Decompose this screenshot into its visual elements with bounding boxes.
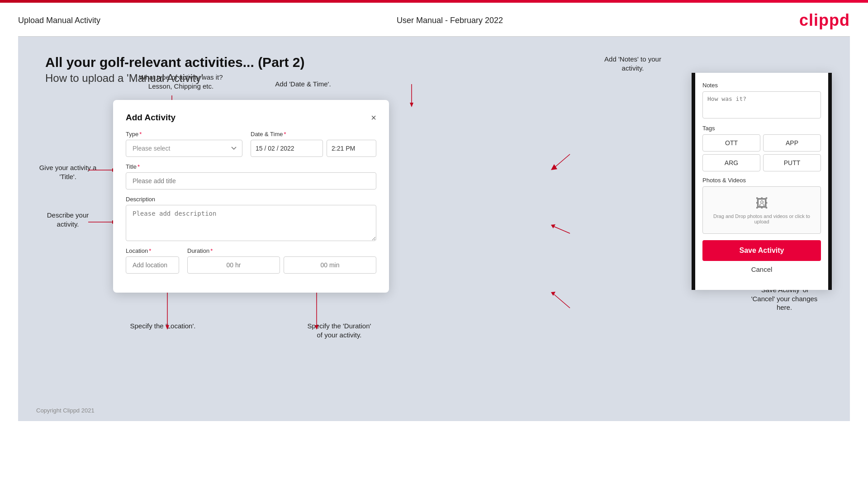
page-title: Upload Manual Activity (18, 16, 100, 25)
photos-label: Photos & Videos (702, 177, 821, 184)
upload-area[interactable]: 🖼 Drag and Drop photos and videos or cli… (702, 186, 821, 234)
date-time-inputs (251, 140, 376, 157)
description-label: Description (126, 196, 376, 203)
annotation-description: Describe youractivity. (27, 211, 109, 228)
date-input[interactable] (251, 140, 323, 157)
tags-grid: OTT APP ARG PUTT (702, 134, 821, 171)
doc-title: User Manual - February 2022 (397, 16, 503, 25)
duration-inputs (187, 256, 376, 274)
logo: clippd (799, 11, 850, 30)
svg-marker-17 (410, 103, 413, 107)
notes-label: Notes (702, 82, 821, 89)
location-input[interactable] (126, 256, 179, 274)
time-input[interactable] (327, 140, 376, 157)
main-content: All your golf-relevant activities... (Pa… (18, 37, 850, 421)
annotation-notes: Add 'Notes' to youractivity. (588, 55, 678, 72)
annotation-duration: Specify the 'Duration'of your activity. (280, 322, 398, 339)
add-activity-modal: Add Activity × Type* Please select Date … (113, 100, 389, 293)
type-group: Type* Please select (126, 131, 242, 157)
section-title: All your golf-relevant activities... (Pa… (45, 55, 823, 70)
datetime-label: Date & Time* (251, 131, 376, 137)
upload-text: Drag and Drop photos and videos or click… (707, 213, 816, 224)
description-group: Description (126, 196, 376, 241)
notes-textarea[interactable] (702, 91, 821, 118)
tag-arg[interactable]: ARG (702, 154, 760, 171)
svg-line-18 (554, 154, 570, 168)
title-label: Title* (126, 163, 376, 170)
location-group: Location* (126, 247, 179, 274)
description-textarea[interactable] (126, 205, 376, 241)
phone-panel: Notes Tags OTT APP ARG PUTT Photos & Vid… (692, 73, 832, 290)
save-activity-button[interactable]: Save Activity (702, 240, 821, 261)
svg-line-20 (554, 227, 570, 233)
tag-putt[interactable]: PUTT (763, 154, 821, 171)
annotation-datetime: Add 'Date & Time'. (258, 80, 348, 89)
datetime-group: Date & Time* (251, 131, 376, 157)
type-select[interactable]: Please select (126, 140, 242, 157)
type-label: Type* (126, 131, 242, 137)
title-input[interactable] (126, 172, 376, 190)
annotation-type: What type of activity was it?Lesson, Chi… (122, 73, 240, 90)
tags-label: Tags (702, 125, 821, 132)
type-datetime-row: Type* Please select Date & Time* (126, 131, 376, 157)
location-label: Location* (126, 247, 179, 254)
header: Upload Manual Activity User Manual - Feb… (0, 3, 868, 36)
upload-icon: 🖼 (707, 196, 816, 211)
cancel-link[interactable]: Cancel (702, 265, 821, 273)
close-button[interactable]: × (371, 113, 376, 122)
duration-group: Duration* (187, 247, 376, 274)
modal-title: Add Activity (126, 113, 175, 123)
annotation-title: Give your activity a'Title'. (27, 163, 109, 181)
duration-min-input[interactable] (284, 256, 376, 274)
svg-marker-21 (551, 224, 555, 228)
copyright: Copyright Clippd 2021 (36, 407, 95, 414)
location-duration-row: Location* Duration* (126, 247, 376, 274)
duration-hr-input[interactable] (187, 256, 280, 274)
tag-app[interactable]: APP (763, 134, 821, 152)
svg-marker-19 (551, 164, 557, 170)
svg-line-22 (554, 294, 570, 308)
duration-label: Duration* (187, 247, 376, 254)
modal-header: Add Activity × (126, 113, 376, 123)
tag-ott[interactable]: OTT (702, 134, 760, 152)
svg-marker-23 (551, 292, 555, 296)
title-group: Title* (126, 163, 376, 190)
annotation-location: Specify the 'Location'. (118, 322, 208, 331)
